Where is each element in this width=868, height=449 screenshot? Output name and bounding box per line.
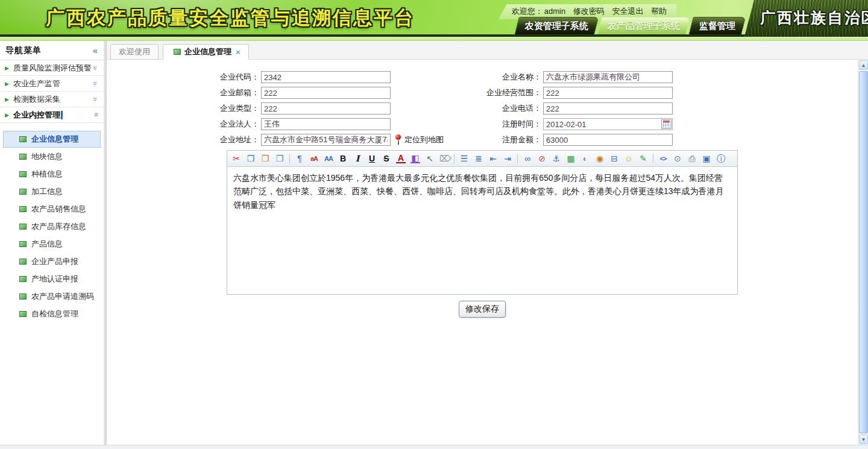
strikethrough-icon[interactable]: S — [382, 154, 391, 163]
align-icon[interactable]: ☰ — [459, 154, 469, 163]
close-tab-icon[interactable]: × — [236, 48, 241, 57]
calendar-icon[interactable] — [661, 119, 671, 129]
select-icon[interactable]: ↖ — [425, 154, 435, 163]
print-icon[interactable]: ⎙ — [687, 154, 697, 163]
app-window: 广西农产品质量安全监管与追溯信息平台 欢迎您：admin 修改密码 安全退出 帮… — [0, 0, 868, 449]
paste-icon[interactable]: ❒ — [260, 154, 270, 163]
business-scope-input-wrap — [543, 87, 673, 99]
sidebar-item-label: 企业信息管理 — [31, 134, 78, 145]
help-link[interactable]: 帮助 — [651, 7, 667, 16]
font-size-icon[interactable]: AA — [324, 155, 333, 162]
scroll-up-button[interactable]: ▲ — [859, 60, 868, 70]
vertical-scrollbar[interactable]: ▲ ▼ — [858, 60, 868, 445]
sidebar-item-label: 农产品销售信息 — [31, 204, 86, 215]
nav-items: 企业信息管理地块信息种植信息加工信息农产品销售信息农产品库存信息产品信息企业产品… — [0, 131, 104, 322]
media-icon[interactable]: ◉ — [595, 154, 605, 163]
sidebar-item[interactable]: 加工信息 — [3, 183, 101, 200]
list-icon[interactable]: ≣ — [474, 154, 483, 163]
editor-content[interactable]: 六盘水市美心集团创立於1956年，为香港最大最多元化之优质餐饮集团，目前拥有65… — [227, 167, 737, 294]
underline-icon[interactable]: U — [367, 154, 377, 163]
sidebar-item[interactable]: 农产品库存信息 — [3, 218, 101, 235]
change-password-link[interactable]: 修改密码 — [573, 7, 605, 16]
scrollbar-thumb[interactable] — [859, 71, 868, 433]
company-email-input[interactable] — [261, 87, 391, 99]
expand-chevron-icon[interactable]: » — [91, 97, 100, 101]
content-tab[interactable]: 企业信息管理× — [163, 44, 249, 60]
preview-icon[interactable]: ⊙ — [673, 154, 682, 163]
sidebar-item[interactable]: 种植信息 — [3, 166, 101, 183]
anchor-icon[interactable]: ⚓ — [552, 154, 561, 163]
source-code-icon[interactable]: <> — [658, 155, 668, 162]
collapse-sidebar-icon[interactable]: « — [93, 45, 98, 55]
about-icon[interactable]: ⓘ — [716, 154, 726, 163]
scroll-down-button[interactable]: ▼ — [859, 435, 868, 444]
sidebar-item[interactable]: 自检信息管理 — [3, 306, 101, 322]
company-phone-input[interactable] — [543, 102, 673, 115]
company-type-input[interactable] — [261, 102, 391, 115]
flash-icon[interactable]: ◐ — [580, 154, 590, 163]
company-code-field: 企业代码： — [107, 71, 392, 83]
company-address-input[interactable] — [261, 134, 391, 146]
system-tab-2[interactable]: 农产品管理子系统 — [597, 17, 690, 34]
nav-group-2[interactable]: ▶农业生产监管» — [0, 76, 104, 92]
company-code-label: 企业代码： — [107, 71, 261, 83]
font-family-icon[interactable]: aA — [309, 155, 319, 162]
sidebar-item[interactable]: 农产品申请追溯码 — [3, 288, 101, 305]
table-icon[interactable]: ✎ — [638, 154, 648, 163]
sidebar-item[interactable]: 地块信息 — [3, 148, 101, 165]
horizontal-scrollbar-track[interactable] — [0, 445, 868, 449]
form-row: 企业代码：企业名称： — [107, 71, 868, 83]
indent-icon[interactable]: ⇥ — [503, 154, 512, 163]
sidebar-item[interactable]: 企业信息管理 — [3, 131, 101, 148]
eraser-icon[interactable]: ⌦ — [439, 154, 449, 163]
register-amount-input[interactable] — [543, 134, 673, 146]
business-scope-input[interactable] — [543, 87, 673, 99]
page-title: 广西农产品质量安全监管与追溯信息平台 — [46, 5, 415, 31]
business-scope-label: 企业经营范围： — [392, 87, 543, 99]
font-color-icon[interactable]: A — [396, 154, 406, 163]
italic-icon[interactable]: I — [353, 154, 362, 163]
legal-person-field: 企业法人： — [107, 118, 392, 130]
company-code-input[interactable] — [261, 71, 391, 83]
legal-person-input[interactable] — [261, 118, 391, 130]
outdent-icon[interactable]: ⇤ — [488, 154, 498, 163]
nav-group-1[interactable]: ▶质量风险监测评估预警» — [0, 60, 104, 76]
logout-link[interactable]: 安全退出 — [612, 7, 643, 16]
copy-icon[interactable]: ❐ — [246, 154, 256, 163]
sidebar-item[interactable]: 产地认证申报 — [3, 271, 101, 287]
welcome-label: 欢迎您： — [512, 7, 543, 16]
link-icon[interactable]: ∞ — [523, 154, 532, 163]
content-tab[interactable]: 欢迎使用 — [110, 44, 159, 60]
nav-group-3[interactable]: ▶检测数据采集» — [0, 92, 104, 107]
save-button[interactable]: 修改保存 — [459, 301, 506, 318]
paste-text-icon[interactable]: ❒ — [275, 154, 285, 163]
company-name-input[interactable] — [543, 71, 673, 83]
content-area: 企业代码：企业名称：企业邮箱：企业经营范围：企业类型：企业电话：企业法人：注册时… — [107, 60, 868, 445]
highlight-color-icon[interactable]: ◧ — [410, 154, 420, 163]
horizontal-rule-icon[interactable]: ⊟ — [609, 154, 619, 163]
collapse-chevron-icon[interactable]: » — [91, 113, 100, 117]
expand-chevron-icon[interactable]: » — [91, 81, 100, 86]
sidebar: 导航菜单 « ▶质量风险监测评估预警»▶农业生产监管»▶检测数据采集»▶企业内控… — [0, 41, 104, 445]
sidebar-item[interactable]: 产品信息 — [3, 236, 101, 253]
cut-icon[interactable]: ✂ — [231, 154, 241, 163]
system-tab-1[interactable]: 农资管理子系统 — [514, 17, 599, 34]
document-icon — [19, 206, 27, 212]
image-icon[interactable]: ▦ — [566, 154, 576, 163]
nav-group-4[interactable]: ▶企业内控管理» — [0, 107, 104, 123]
form-row: 企业地址：定位到地图注册金额： — [107, 134, 868, 146]
map-pin-icon[interactable] — [395, 134, 401, 145]
register-amount-input-wrap — [543, 134, 673, 146]
expand-chevron-icon[interactable]: » — [91, 66, 100, 70]
register-amount-field: 注册金额： — [392, 134, 673, 146]
system-tab-3[interactable]: 监督管理 — [688, 17, 746, 34]
emoticon-icon[interactable]: ☺ — [624, 154, 634, 163]
fullscreen-icon[interactable]: ▣ — [702, 154, 711, 163]
bold-icon[interactable]: B — [338, 154, 348, 163]
register-time-input[interactable] — [543, 118, 673, 130]
paragraph-format-icon[interactable]: ¶ — [295, 154, 304, 163]
unlink-icon[interactable]: ⊘ — [537, 154, 547, 163]
sidebar-item[interactable]: 农产品销售信息 — [3, 201, 101, 218]
sidebar-item[interactable]: 企业产品申报 — [3, 253, 101, 270]
company-address-field: 企业地址：定位到地图 — [107, 134, 392, 146]
